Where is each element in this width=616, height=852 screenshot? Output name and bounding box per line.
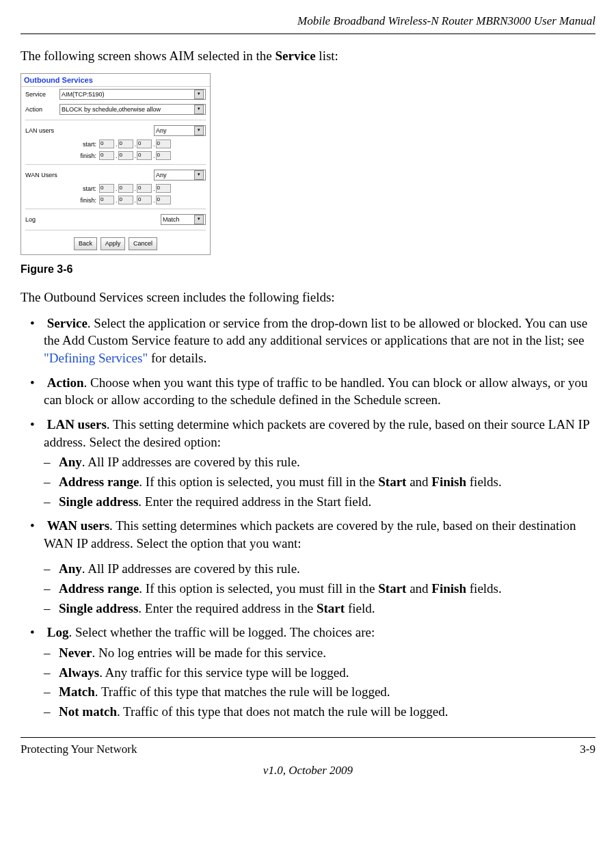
outbound-intro: The Outbound Services screen includes th… bbox=[21, 289, 595, 306]
label-finish: finish: bbox=[76, 196, 99, 204]
chevron-down-icon: ▾ bbox=[194, 215, 204, 224]
field-list: Service. Select the application or servi… bbox=[21, 315, 595, 721]
select-lan[interactable]: Any ▾ bbox=[154, 125, 206, 136]
ip-octet[interactable]: 0 bbox=[99, 139, 114, 148]
footer-version: v1.0, October 2009 bbox=[21, 763, 595, 779]
select-action[interactable]: BLOCK by schedule,otherwise allow ▾ bbox=[59, 104, 206, 115]
lan-sub-any: Any. All IP addresses are covered by thi… bbox=[44, 453, 595, 471]
chevron-down-icon: ▾ bbox=[194, 105, 204, 114]
label-start: start: bbox=[76, 185, 99, 193]
label-finish: finish: bbox=[76, 152, 99, 160]
ip-octet[interactable]: 0 bbox=[118, 151, 133, 160]
row-wan-start: start: 0. 0. 0. 0 bbox=[21, 183, 210, 194]
select-action-value: BLOCK by schedule,otherwise allow bbox=[62, 105, 161, 114]
select-service-value: AIM(TCP:5190) bbox=[62, 90, 105, 98]
intro-prefix: The following screen shows AIM selected … bbox=[21, 49, 276, 63]
ip-octet[interactable]: 0 bbox=[118, 139, 133, 148]
ip-octet[interactable]: 0 bbox=[118, 184, 133, 193]
intro-bold: Service bbox=[276, 49, 316, 63]
ip-octet[interactable]: 0 bbox=[137, 184, 152, 193]
row-service: Service AIM(TCP:5190) ▾ bbox=[21, 87, 210, 102]
ip-octet[interactable]: 0 bbox=[118, 196, 133, 204]
chevron-down-icon: ▾ bbox=[194, 170, 204, 180]
ip-octet[interactable]: 0 bbox=[156, 196, 171, 204]
item-wan: WAN users. This setting determines which… bbox=[21, 517, 595, 617]
ip-octet[interactable]: 0 bbox=[156, 184, 171, 193]
ip-octet[interactable]: 0 bbox=[99, 196, 114, 204]
cancel-button[interactable]: Cancel bbox=[129, 237, 157, 250]
row-lan: LAN users Any ▾ bbox=[21, 123, 210, 138]
item-log: Log. Select whether the traffic will be … bbox=[21, 624, 595, 720]
select-service[interactable]: AIM(TCP:5190) ▾ bbox=[59, 89, 206, 100]
label-action: Action bbox=[25, 105, 59, 114]
item-service-text2: for details. bbox=[148, 351, 206, 365]
label-log: Log bbox=[25, 215, 59, 224]
row-wan: WAN Users Any ▾ bbox=[21, 168, 210, 183]
ip-octet[interactable]: 0 bbox=[99, 151, 114, 160]
screenshot-title: Outbound Services bbox=[21, 74, 210, 88]
figure-caption: Figure 3-6 bbox=[21, 262, 595, 277]
log-sub-match: Match. Traffic of this type that matches… bbox=[44, 683, 595, 701]
button-row: Back Apply Cancel bbox=[21, 233, 210, 254]
lan-sub-range: Address range. If this option is selecte… bbox=[44, 473, 595, 491]
ip-octet[interactable]: 0 bbox=[156, 139, 171, 148]
label-wan: WAN Users bbox=[25, 171, 59, 179]
ip-octet[interactable]: 0 bbox=[137, 151, 152, 160]
row-log: Log Match ▾ bbox=[21, 212, 210, 227]
ip-octet[interactable]: 0 bbox=[137, 196, 152, 204]
row-lan-start: start: 0. 0. 0. 0 bbox=[21, 138, 210, 150]
footer-left: Protecting Your Network bbox=[21, 742, 137, 758]
item-log-text: . Select whether the traffic will be log… bbox=[68, 625, 375, 639]
label-lan: LAN users bbox=[25, 127, 59, 135]
item-lan-text: . This setting determine which packets a… bbox=[44, 417, 589, 449]
item-action-text: . Choose when you want this type of traf… bbox=[44, 375, 587, 408]
page-header: Mobile Broadband Wireless-N Router MBRN3… bbox=[21, 14, 595, 34]
row-wan-finish: finish: 0. 0. 0. 0 bbox=[21, 194, 210, 206]
log-sub-notmatch: Not match. Traffic of this type that doe… bbox=[44, 703, 595, 721]
link-defining-services[interactable]: "Defining Services" bbox=[44, 351, 148, 365]
apply-button[interactable]: Apply bbox=[101, 237, 126, 250]
select-log[interactable]: Match ▾ bbox=[161, 214, 206, 225]
item-service-text1: . Select the application or service from… bbox=[44, 316, 587, 348]
log-sub-never: Never. No log entries will be made for t… bbox=[44, 644, 595, 662]
row-action: Action BLOCK by schedule,otherwise allow… bbox=[21, 102, 210, 117]
item-action-label: Action bbox=[47, 375, 84, 390]
chevron-down-icon: ▾ bbox=[194, 126, 204, 135]
log-sub-always: Always. Any traffic for this service typ… bbox=[44, 664, 595, 682]
intro-suffix: list: bbox=[316, 49, 338, 63]
wan-sub-range: Address range. If this option is selecte… bbox=[44, 580, 595, 598]
select-wan-value: Any bbox=[156, 171, 167, 179]
ip-octet[interactable]: 0 bbox=[137, 139, 152, 148]
intro-paragraph: The following screen shows AIM selected … bbox=[21, 47, 595, 65]
chevron-down-icon: ▾ bbox=[194, 90, 204, 99]
select-wan[interactable]: Any ▾ bbox=[154, 170, 206, 181]
lan-sub-single: Single address. Enter the required addre… bbox=[44, 493, 595, 511]
item-service-label: Service bbox=[47, 316, 88, 330]
ip-octet[interactable]: 0 bbox=[99, 184, 114, 193]
item-wan-text: . This setting determines which packets … bbox=[44, 518, 576, 550]
wan-sub-any: Any. All IP addresses are covered by thi… bbox=[44, 560, 595, 578]
ip-octet[interactable]: 0 bbox=[156, 151, 171, 160]
wan-sub-single: Single address. Enter the required addre… bbox=[44, 600, 595, 617]
item-log-label: Log bbox=[47, 625, 69, 639]
item-action: Action. Choose when you want this type o… bbox=[21, 374, 595, 409]
select-lan-value: Any bbox=[156, 127, 167, 135]
item-service: Service. Select the application or servi… bbox=[21, 315, 595, 367]
item-lan-label: LAN users bbox=[47, 417, 107, 431]
label-start: start: bbox=[76, 140, 99, 148]
select-log-value: Match bbox=[163, 215, 180, 224]
screenshot-outbound-services: Outbound Services Service AIM(TCP:5190) … bbox=[21, 73, 211, 255]
item-wan-label: WAN users bbox=[47, 518, 109, 533]
row-lan-finish: finish: 0. 0. 0. 0 bbox=[21, 150, 210, 161]
footer-page: 3-9 bbox=[580, 742, 595, 758]
back-button[interactable]: Back bbox=[74, 237, 97, 250]
item-lan: LAN users. This setting determine which … bbox=[21, 416, 595, 510]
page-footer: Protecting Your Network 3-9 v1.0, Octobe… bbox=[21, 737, 595, 779]
label-service: Service bbox=[25, 90, 59, 98]
